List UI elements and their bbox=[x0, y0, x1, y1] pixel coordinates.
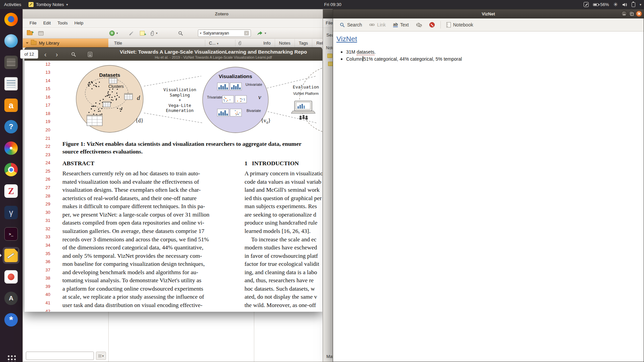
close-button[interactable] bbox=[636, 11, 642, 17]
new-note-button[interactable]: + bbox=[140, 28, 145, 39]
tab-notes[interactable]: Notes bbox=[275, 39, 295, 47]
dock-item-chrome[interactable] bbox=[3, 161, 19, 178]
pdf-reader-window: of 12 ‹ › VizNet: Towards A Large-Scale … bbox=[24, 47, 322, 312]
link-button[interactable]: Link bbox=[366, 20, 389, 30]
expander-icon[interactable] bbox=[26, 42, 29, 44]
tomboy-title-bar[interactable]: VizNet bbox=[333, 9, 644, 18]
pdf-line-number: 27 bbox=[41, 185, 50, 190]
pdf-text-line: produce using handcrafted rule bbox=[245, 219, 322, 227]
note-bullet-line[interactable]: 31M datasets. bbox=[336, 49, 644, 56]
battery-indicator[interactable]: 56% bbox=[593, 2, 609, 7]
menu-edit[interactable]: Edit bbox=[40, 19, 54, 27]
new-library-button[interactable] bbox=[38, 28, 44, 39]
dock-item-help[interactable]: ? bbox=[3, 118, 19, 135]
menu-help[interactable]: Help bbox=[71, 19, 87, 27]
search-button[interactable]: Search bbox=[336, 20, 365, 30]
figure-platform-label: VizNet Platform bbox=[286, 92, 322, 96]
collection-filter-input[interactable] bbox=[26, 352, 94, 360]
figure-pipeline-line: Enumeration bbox=[156, 108, 203, 113]
pdf-text-line: hoc datasets. Such datasets, w bbox=[245, 285, 322, 293]
locate-button[interactable] bbox=[257, 28, 263, 39]
locate-caret[interactable]: ▾ bbox=[265, 28, 266, 39]
sidebar-toggle-button[interactable] bbox=[88, 48, 92, 61]
dock-item-tomboy[interactable] bbox=[3, 247, 19, 264]
item-list-columns: Title C... ▾ bbox=[108, 39, 254, 48]
filter-options-button[interactable]: ▾ bbox=[96, 352, 106, 360]
figure-caption-line-1: Figure 1: VizNet enables data scientists… bbox=[62, 140, 321, 147]
maximize-button[interactable] bbox=[629, 11, 635, 17]
no-entry-icon bbox=[429, 22, 435, 27]
notebook-icon[interactable] bbox=[327, 54, 332, 58]
pdf-text-line: datasets compiled from open data reposit… bbox=[62, 219, 234, 227]
chevron-down-icon[interactable]: ▾ bbox=[640, 3, 641, 6]
pdf-line-number: 14 bbox=[41, 78, 50, 83]
column-creator[interactable]: C... ▾ bbox=[209, 41, 218, 46]
advanced-search-button[interactable] bbox=[178, 28, 183, 39]
paperclip-icon bbox=[151, 31, 155, 36]
pdf-line-number: 26 bbox=[41, 177, 50, 182]
pdf-header-bar[interactable]: of 12 ‹ › VizNet: Towards A Large-Scale … bbox=[24, 47, 322, 61]
dock-item-terminal[interactable]: >_ bbox=[3, 226, 19, 242]
new-item-button[interactable]: + bbox=[109, 28, 115, 39]
dock-item-document[interactable] bbox=[3, 75, 19, 92]
find-button[interactable] bbox=[71, 48, 76, 61]
quick-search-input[interactable]: ▾ Satyanarayan × bbox=[198, 29, 251, 37]
page-indicator[interactable]: of 12 bbox=[20, 50, 38, 59]
add-attachment-button[interactable] bbox=[151, 28, 155, 39]
gear-icon bbox=[416, 23, 422, 27]
clipboard-indicator-icon[interactable] bbox=[632, 2, 635, 7]
menu-tools[interactable]: Tools bbox=[54, 19, 71, 27]
notebook-button[interactable]: Notebook bbox=[443, 20, 477, 30]
dock-item-darka[interactable]: A bbox=[3, 290, 19, 307]
dock-item-redapp[interactable] bbox=[3, 268, 19, 285]
pdf-line-number: 29 bbox=[41, 201, 50, 206]
figure-pipeline-line: Visualization bbox=[156, 87, 203, 93]
search-scope-caret[interactable]: ▾ bbox=[200, 32, 202, 35]
figure-univariate-label: Univariate bbox=[246, 82, 262, 86]
tab-info[interactable]: Info bbox=[259, 39, 275, 47]
next-page-button[interactable]: › bbox=[56, 48, 58, 61]
pdf-page[interactable]: Datasets Clusters VisualizationSampling+… bbox=[24, 61, 322, 312]
previous-page-button[interactable]: ‹ bbox=[44, 48, 47, 61]
pdf-text-line: ied this question of graphical per bbox=[245, 194, 322, 202]
volume-icon[interactable] bbox=[622, 3, 627, 7]
add-by-identifier-button[interactable] bbox=[129, 28, 134, 39]
new-collection-button[interactable]: + bbox=[27, 28, 33, 39]
note-title[interactable]: VizNet bbox=[336, 35, 357, 43]
pdf-text-line: ing, and cleaning data is a labo bbox=[245, 268, 322, 277]
chrome-icon bbox=[4, 163, 18, 176]
column-attachment[interactable] bbox=[238, 41, 242, 46]
column-title[interactable]: Title bbox=[114, 41, 122, 46]
dock-item-pinwheel[interactable] bbox=[3, 140, 19, 157]
menu-file[interactable]: File bbox=[26, 19, 40, 27]
pdf-line-number: 15 bbox=[41, 86, 50, 91]
text-format-button[interactable]: ab Text bbox=[390, 20, 412, 30]
input-method-icon[interactable]: ✳ bbox=[613, 3, 618, 6]
dock-item-appgrid[interactable] bbox=[3, 350, 19, 362]
paint-splat-icon: * bbox=[4, 313, 18, 326]
dock-item-firefox[interactable] bbox=[3, 11, 19, 28]
new-item-caret[interactable]: ▾ bbox=[116, 28, 118, 39]
dock-item-zotero[interactable]: Z bbox=[3, 183, 19, 199]
dock-item-gamma[interactable]: γ bbox=[3, 204, 19, 221]
notebook-icon[interactable] bbox=[328, 62, 333, 66]
pdf-line-number: 36 bbox=[41, 259, 50, 264]
dock-item-thunderbird[interactable] bbox=[3, 33, 19, 49]
dock-item-files[interactable] bbox=[3, 54, 19, 71]
clock[interactable]: Fri 09:30 bbox=[0, 0, 644, 9]
collection-my-library[interactable]: My Library bbox=[23, 39, 108, 48]
note-editor[interactable]: VizNet 31M datasets.Column51% categorica… bbox=[333, 32, 644, 362]
tab-tags[interactable]: Tags bbox=[295, 39, 312, 47]
minimize-button[interactable] bbox=[621, 11, 627, 17]
menu-file[interactable]: File bbox=[326, 19, 333, 27]
red-white-app-icon bbox=[4, 270, 18, 284]
compose-indicator-icon[interactable] bbox=[584, 2, 589, 7]
dock-item-pinta[interactable]: * bbox=[3, 311, 19, 328]
note-bullet-line[interactable]: Column51% categorical, 44% categorical, … bbox=[336, 56, 644, 63]
dock-item-amazon[interactable]: a bbox=[3, 97, 19, 114]
tools-button[interactable] bbox=[413, 20, 425, 29]
delete-note-button[interactable] bbox=[426, 20, 438, 30]
attachment-caret[interactable]: ▾ bbox=[156, 28, 158, 39]
introduction-heading: 1 INTRODUCTION bbox=[245, 160, 299, 167]
clear-search-icon[interactable]: × bbox=[244, 31, 249, 36]
